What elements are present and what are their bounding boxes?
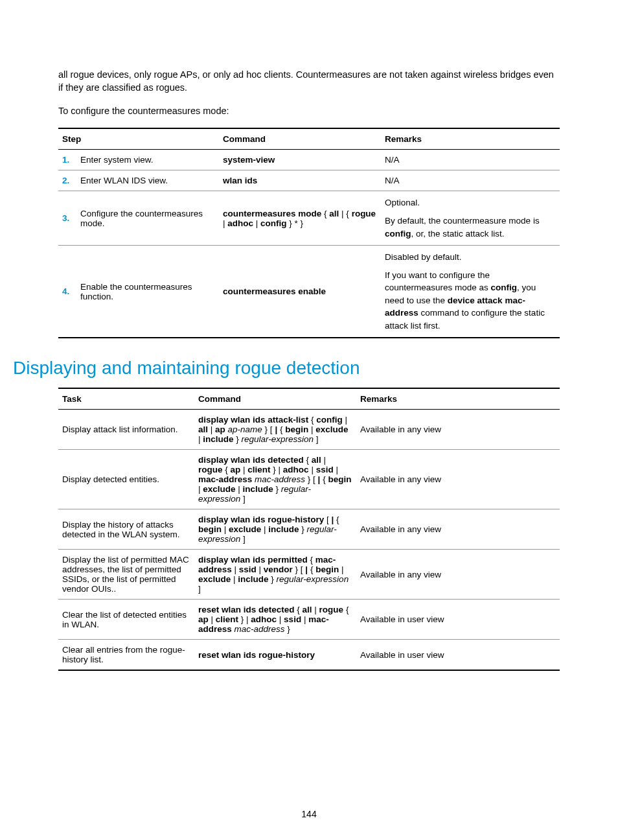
command-cell: display wlan ids rogue-history [ | { beg… [194, 509, 356, 550]
col-command-header: Command [219, 128, 381, 150]
remarks-cell: N/A [381, 170, 560, 191]
remarks-cell: Optional.By default, the countermeasure … [381, 191, 560, 246]
remarks-cell: Available in any view [356, 550, 560, 600]
table-row: Display attack list information.display … [58, 410, 560, 450]
table-row: 1.Enter system view.system-viewN/A [58, 150, 560, 170]
command-cell: countermeasures enable [219, 246, 381, 338]
remarks-cell: Available in any view [356, 410, 560, 450]
step-number: 1. [58, 150, 76, 170]
step-description: Enable the countermeasures function. [76, 246, 219, 338]
remarks-cell: Available in any view [356, 450, 560, 509]
command-cell: system-view [219, 150, 381, 170]
config-lead: To configure the countermeasures mode: [58, 104, 560, 117]
command-cell: display wlan ids attack-list { config | … [194, 410, 356, 450]
table-row: Display the history of attacks detected … [58, 509, 560, 550]
command-cell: countermeasures mode { all | { rogue | a… [219, 191, 381, 246]
task-cell: Display attack list information. [58, 410, 194, 450]
step-description: Enter system view. [76, 150, 219, 170]
remarks-cell: Available in user view [356, 640, 560, 671]
col-command-header: Command [194, 388, 356, 410]
command-cell: display wlan ids permitted { mac-address… [194, 550, 356, 600]
command-cell: reset wlan ids rogue-history [194, 640, 356, 671]
table-row: Display the list of permitted MAC addres… [58, 550, 560, 600]
step-description: Configure the countermeasures mode. [76, 191, 219, 246]
command-cell: display wlan ids detected { all | rogue … [194, 450, 356, 509]
col-step-header: Step [58, 128, 219, 150]
table-row: 2.Enter WLAN IDS view.wlan idsN/A [58, 170, 560, 191]
table-row: Display detected entities.display wlan i… [58, 450, 560, 509]
command-cell: wlan ids [219, 170, 381, 191]
col-remarks-header: Remarks [356, 388, 560, 410]
display-maintain-table: Task Command Remarks Display attack list… [58, 388, 560, 671]
task-cell: Clear the list of detected entities in W… [58, 600, 194, 640]
table-row: Clear all entries from the rogue-history… [58, 640, 560, 671]
task-cell: Clear all entries from the rogue-history… [58, 640, 194, 671]
col-task-header: Task [58, 388, 194, 410]
step-number: 4. [58, 246, 76, 338]
remarks-cell: N/A [381, 150, 560, 170]
remarks-cell: Available in any view [356, 509, 560, 550]
intro-paragraph: all rogue devices, only rogue APs, or on… [58, 68, 560, 95]
col-remarks-header: Remarks [381, 128, 560, 150]
remarks-cell: Disabled by default.If you want to confi… [381, 246, 560, 338]
table-row: Clear the list of detected entities in W… [58, 600, 560, 640]
task-cell: Display the history of attacks detected … [58, 509, 194, 550]
step-description: Enter WLAN IDS view. [76, 170, 219, 191]
table-row: 4.Enable the countermeasures function.co… [58, 246, 560, 338]
page-number: 144 [0, 809, 618, 819]
step-number: 3. [58, 191, 76, 246]
table-row: 3.Configure the countermeasures mode.cou… [58, 191, 560, 246]
task-cell: Display detected entities. [58, 450, 194, 509]
remarks-cell: Available in user view [356, 600, 560, 640]
step-number: 2. [58, 170, 76, 191]
section-heading: Displaying and maintaining rogue detecti… [13, 358, 560, 379]
command-cell: reset wlan ids detected { all | rogue { … [194, 600, 356, 640]
task-cell: Display the list of permitted MAC addres… [58, 550, 194, 600]
countermeasures-table: Step Command Remarks 1.Enter system view… [58, 128, 560, 338]
